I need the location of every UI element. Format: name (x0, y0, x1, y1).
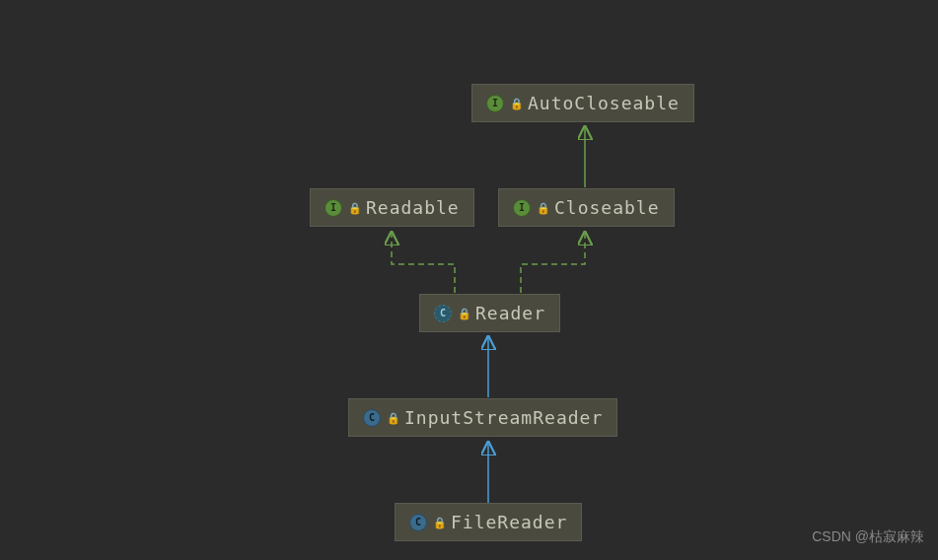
connections-layer (0, 0, 938, 560)
edge-reader-closeable (521, 234, 585, 293)
node-closeable[interactable]: I 🔒 Closeable (498, 188, 675, 227)
interface-icon: I (325, 199, 342, 217)
lock-icon: 🔒 (458, 308, 469, 319)
lock-icon: 🔒 (510, 98, 522, 109)
watermark: CSDN @枯寂麻辣 (812, 528, 924, 546)
node-filereader[interactable]: C 🔒 FileReader (395, 503, 582, 541)
node-autocloseable[interactable]: I 🔒 AutoCloseable (471, 84, 694, 122)
edge-reader-readable (392, 234, 455, 293)
lock-icon: 🔒 (537, 202, 548, 214)
node-readable[interactable]: I 🔒 Readable (310, 188, 474, 227)
lock-icon: 🔒 (387, 412, 398, 424)
interface-icon: I (513, 199, 531, 217)
node-label: InputStreamReader (404, 407, 603, 428)
node-reader[interactable]: C 🔒 Reader (419, 294, 560, 332)
node-label: Reader (475, 303, 545, 323)
class-icon: C (363, 409, 381, 427)
node-label: Closeable (554, 197, 660, 218)
node-label: FileReader (451, 512, 567, 532)
class-icon: C (409, 514, 427, 531)
node-label: AutoCloseable (528, 93, 680, 113)
lock-icon: 🔒 (433, 517, 445, 528)
lock-icon: 🔒 (348, 202, 360, 214)
node-label: Readable (366, 197, 460, 218)
node-inputstreamreader[interactable]: C 🔒 InputStreamReader (348, 398, 617, 437)
interface-icon: I (486, 95, 504, 112)
abstract-class-icon: C (434, 305, 452, 322)
